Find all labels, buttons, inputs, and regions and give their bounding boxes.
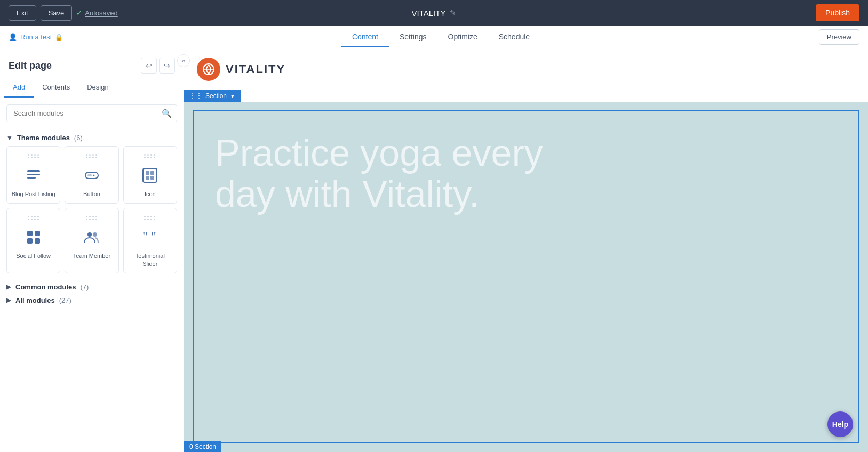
svg-rect-6 — [146, 171, 149, 175]
search-icon[interactable]: 🔍 — [162, 109, 172, 118]
common-modules-title: Common modules — [15, 283, 76, 291]
section-count-wrapper: 0 Section — [184, 441, 221, 452]
module-button[interactable]: Button — [65, 146, 118, 204]
panel-tab-design[interactable]: Design — [78, 78, 117, 98]
lock-icon: 🔒 — [55, 34, 63, 41]
logo-text: VITALITY — [226, 62, 285, 76]
testimonial-slider-icon: " " — [139, 227, 161, 248]
autosaved-link[interactable]: Autosaved — [85, 9, 117, 17]
panel-tab-contents[interactable]: Contents — [34, 78, 78, 98]
drag-handle-testimonial — [144, 216, 156, 220]
common-modules-header[interactable]: ▶ Common modules (7) — [6, 280, 177, 293]
all-modules-count: (27) — [59, 296, 71, 304]
run-test-area[interactable]: 👤 Run a test 🔒 — [9, 33, 63, 41]
check-icon: ✓ — [76, 9, 82, 17]
publish-button[interactable]: Publish — [816, 4, 859, 21]
modules-grid: Blog Post Listing But — [6, 146, 177, 273]
icon-module-icon — [139, 165, 161, 186]
social-follow-icon — [23, 227, 44, 248]
edit-icon[interactable]: ✎ — [450, 9, 456, 17]
theme-modules-title: Theme modules — [17, 134, 70, 142]
section-label: Section — [205, 92, 227, 100]
preview-button[interactable]: Preview — [819, 29, 859, 45]
drag-handle-social — [28, 216, 39, 220]
search-area: 🔍 — [0, 98, 184, 126]
top-bar-right: Publish — [816, 4, 859, 21]
theme-modules-arrow: ▼ — [6, 134, 13, 142]
autosaved-indicator: ✓ Autosaved — [76, 9, 117, 17]
module-icon-label: Icon — [145, 190, 156, 198]
drag-handle-blog — [28, 154, 39, 158]
search-input[interactable] — [6, 104, 177, 122]
module-testimonial-slider[interactable]: " " Testimonial Slider — [123, 208, 177, 273]
module-icon[interactable]: Icon — [123, 146, 177, 204]
page-title: VITALITY — [412, 9, 446, 18]
svg-rect-0 — [27, 170, 40, 172]
svg-rect-12 — [27, 238, 33, 244]
svg-rect-7 — [150, 171, 154, 175]
hero-text: Practice yoga every day with Vitality. — [215, 133, 588, 215]
redo-button[interactable]: ↪ — [159, 58, 175, 74]
sub-bar-right: Preview — [819, 29, 859, 45]
top-bar: Exit Save ✓ Autosaved VITALITY ✎ Publish — [0, 0, 868, 26]
panel-tab-add[interactable]: Add — [4, 78, 34, 98]
svg-point-15 — [93, 232, 97, 237]
tab-content[interactable]: Content — [341, 27, 389, 47]
tab-settings[interactable]: Settings — [389, 27, 437, 47]
svg-point-14 — [87, 232, 92, 237]
undo-button[interactable]: ↩ — [141, 58, 157, 74]
module-social-follow[interactable]: Social Follow — [6, 208, 60, 273]
module-testimonial-slider-label: Testimonial Slider — [128, 252, 172, 268]
hero-selected-box[interactable]: Practice yoga every day with Vitality. — [193, 110, 859, 443]
module-blog-post-listing-label: Blog Post Listing — [12, 190, 55, 198]
module-team-member-label: Team Member — [73, 252, 110, 260]
blog-post-listing-icon — [23, 165, 44, 186]
svg-rect-13 — [35, 238, 40, 244]
nav-tabs: Content Settings Optimize Schedule — [341, 27, 540, 47]
collapse-panel-button[interactable]: « — [177, 54, 190, 67]
all-modules-title: All modules — [15, 296, 55, 304]
panel-tabs-row: Add Contents Design — [0, 78, 184, 98]
theme-modules-count: (6) — [74, 134, 83, 142]
module-blog-post-listing[interactable]: Blog Post Listing — [6, 146, 60, 204]
all-modules-chevron: ▶ — [6, 296, 11, 304]
run-test-label[interactable]: Run a test — [20, 33, 52, 41]
section-toolbar[interactable]: ⋮⋮ Section ▼ — [184, 90, 241, 102]
theme-modules-header[interactable]: ▼ Theme modules (6) — [6, 131, 177, 146]
logo-bar: VITALITY — [184, 49, 868, 90]
drag-handle-button — [86, 154, 98, 158]
drag-handle-team — [86, 216, 98, 220]
module-team-member[interactable]: Team Member — [65, 208, 118, 273]
section-dropdown-arrow[interactable]: ▼ — [230, 93, 235, 99]
svg-text:": " — [151, 229, 156, 243]
panel-header: Edit page ↩ ↪ — [0, 49, 184, 78]
top-bar-left: Exit Save ✓ Autosaved — [9, 5, 118, 21]
help-button[interactable]: Help — [827, 411, 853, 437]
section-grid-icon: ⋮⋮ — [189, 92, 202, 100]
exit-button[interactable]: Exit — [9, 5, 36, 21]
page-title-area: VITALITY ✎ — [412, 9, 457, 18]
tab-schedule[interactable]: Schedule — [488, 27, 540, 47]
svg-rect-2 — [27, 177, 36, 179]
user-icon: 👤 — [9, 33, 17, 41]
tab-optimize[interactable]: Optimize — [437, 27, 488, 47]
button-icon — [81, 165, 102, 186]
module-button-label: Button — [83, 190, 100, 198]
section-count-label: 0 Section — [184, 441, 221, 452]
canvas-inner: VITALITY ⋮⋮ Section ▼ Practice yoga ever… — [184, 49, 868, 452]
sub-bar: 👤 Run a test 🔒 Content Settings Optimize… — [0, 26, 868, 49]
svg-rect-4 — [87, 174, 92, 176]
save-button[interactable]: Save — [41, 5, 73, 21]
search-wrapper: 🔍 — [6, 104, 177, 122]
svg-rect-10 — [27, 231, 33, 236]
panel-title: Edit page — [9, 60, 52, 71]
hero-section: Practice yoga every day with Vitality. 0… — [184, 102, 868, 452]
svg-rect-1 — [27, 174, 40, 175]
common-modules-chevron: ▶ — [6, 283, 11, 290]
canvas-area: VITALITY ⋮⋮ Section ▼ Practice yoga ever… — [184, 49, 868, 452]
all-modules-header[interactable]: ▶ All modules (27) — [6, 293, 177, 306]
top-bar-center: VITALITY ✎ — [412, 9, 457, 18]
svg-rect-9 — [150, 176, 154, 180]
modules-area: ▼ Theme modules (6) — [0, 126, 184, 452]
logo-circle — [197, 58, 220, 81]
